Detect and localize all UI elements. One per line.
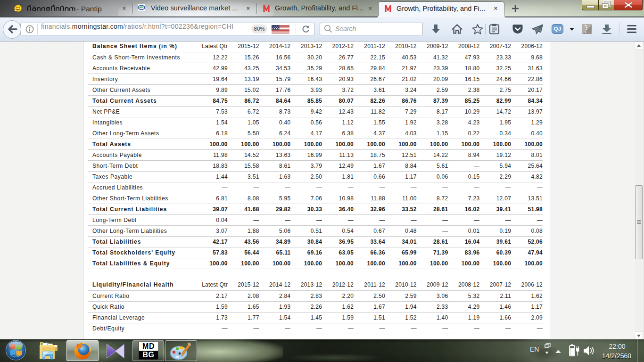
svg-text:- Pantip: - Pantip	[76, 5, 102, 13]
